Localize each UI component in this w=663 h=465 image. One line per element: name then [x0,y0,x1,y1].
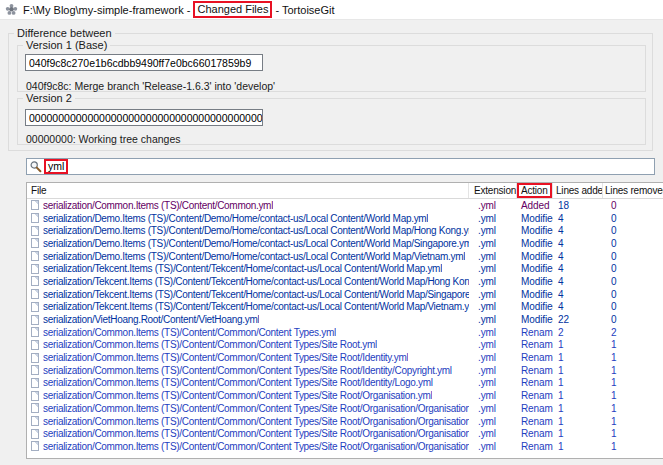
table-row[interactable]: serialization/Common.Items (TS)/Content/… [27,415,663,428]
file-icon [31,315,39,325]
table-row[interactable]: serialization/Demo.Items (TS)/Content/De… [27,212,663,225]
extension-cell: .yml [469,251,517,262]
file-cell: serialization/Common.Items (TS)/Content/… [27,377,469,388]
table-row[interactable]: serialization/Common.Items (TS)/Content/… [27,427,663,440]
version1-hash-input[interactable] [25,54,263,71]
file-cell: serialization/Common.Items (TS)/Content/… [27,339,469,350]
table-row[interactable]: serialization/Tekcent.Items (TS)/Content… [27,288,663,301]
file-path: serialization/Tekcent.Items (TS)/Content… [43,301,469,312]
file-icon [31,353,39,363]
action-cell: Rename [517,339,553,350]
lines-added-cell: 4 [553,301,603,312]
table-row[interactable]: serialization/Demo.Items (TS)/Content/De… [27,224,663,237]
lines-removed-cell: 2 [603,327,663,338]
file-path: serialization/Common.Items (TS)/Content/… [43,339,377,350]
filter-input[interactable]: yml [26,158,655,175]
table-row[interactable]: serialization/Common.Items (TS)/Content/… [27,326,663,339]
table-row[interactable]: serialization/Demo.Items (TS)/Content/De… [27,250,663,263]
file-cell: serialization/Common.Items (TS)/Content/… [27,403,469,414]
file-cell: serialization/Common.Items (TS)/Content/… [27,352,469,363]
extension-cell: .yml [469,289,517,300]
lines-removed-cell: 0 [603,263,663,274]
extension-cell: .yml [469,276,517,287]
action-cell: Modified [517,225,553,236]
column-header-extension[interactable]: Extension [469,183,517,198]
table-row[interactable]: serialization/Common.Items (TS)/Content/… [27,199,663,212]
file-icon [31,391,39,401]
column-header-lines-added[interactable]: Lines added [553,183,603,198]
file-path: serialization/Common.Items (TS)/Content/… [43,365,452,376]
column-header-file[interactable]: File [27,183,469,198]
version2-hash-input[interactable] [25,109,263,126]
lines-added-cell: 18 [553,200,603,211]
table-row[interactable]: serialization/Demo.Items (TS)/Content/De… [27,237,663,250]
lines-added-cell: 22 [553,314,603,325]
file-path: serialization/Common.Items (TS)/Content/… [43,416,469,427]
file-path: serialization/Common.Items (TS)/Content/… [43,200,273,211]
table-row[interactable]: serialization/Common.Items (TS)/Content/… [27,402,663,415]
file-path: serialization/Common.Items (TS)/Content/… [43,377,433,388]
dialog-body: Difference between Version 1 (Base) 040f… [0,19,663,465]
table-row[interactable]: serialization/Tekcent.Items (TS)/Content… [27,301,663,314]
action-cell: Modified [517,314,553,325]
extension-cell: .yml [469,352,517,363]
lines-added-cell: 1 [553,365,603,376]
file-path: serialization/Common.Items (TS)/Content/… [43,428,469,439]
extension-cell: .yml [469,416,517,427]
annotation-changed-files: Changed Files [193,1,272,17]
lines-removed-cell: 0 [603,301,663,312]
file-cell: serialization/Tekcent.Items (TS)/Content… [27,289,469,300]
action-cell: Modified [517,251,553,262]
table-row[interactable]: serialization/Common.Items (TS)/Content/… [27,389,663,402]
lines-removed-cell: 1 [603,377,663,388]
action-cell: Rename [517,403,553,414]
lines-added-cell: 4 [553,263,603,274]
file-icon [31,365,39,375]
file-list-header: File Extension Action Lines added Lines … [27,183,663,199]
action-cell: Modified [517,213,553,224]
file-cell: serialization/Common.Items (TS)/Content/… [27,428,469,439]
extension-cell: .yml [469,213,517,224]
action-cell: Rename [517,416,553,427]
lines-removed-cell: 1 [603,428,663,439]
lines-removed-cell: 1 [603,416,663,427]
file-cell: serialization/Common.Items (TS)/Content/… [27,327,469,338]
extension-cell: .yml [469,441,517,452]
lines-added-cell: 1 [553,441,603,452]
lines-added-cell: 4 [553,289,603,300]
lines-removed-cell: 0 [603,251,663,262]
file-path: serialization/Common.Items (TS)/Content/… [43,403,469,414]
lines-removed-cell: 0 [603,238,663,249]
lines-added-cell: 1 [553,416,603,427]
window-title-prefix: F:\My Blog\my-simple-framework - [23,4,190,16]
difference-between-group: Difference between Version 1 (Base) 040f… [8,33,653,151]
window-title: F:\My Blog\my-simple-framework - Changed… [23,1,335,17]
action-cell: Rename [517,428,553,439]
lines-removed-cell: 0 [603,289,663,300]
lines-removed-cell: 1 [603,365,663,376]
file-icon [31,327,39,337]
column-header-action[interactable]: Action [517,183,553,198]
file-path: serialization/Demo.Items (TS)/Content/De… [43,213,428,224]
file-path: serialization/Common.Items (TS)/Content/… [43,441,469,452]
table-row[interactable]: serialization/Common.Items (TS)/Content/… [27,351,663,364]
table-row[interactable]: serialization/Common.Items (TS)/Content/… [27,377,663,390]
table-row[interactable]: serialization/Tekcent.Items (TS)/Content… [27,262,663,275]
table-row[interactable]: serialization/Common.Items (TS)/Content/… [27,440,663,453]
file-cell: serialization/Common.Items (TS)/Content/… [27,200,469,211]
version2-label: Version 2 [23,92,75,104]
table-row[interactable]: serialization/Tekcent.Items (TS)/Content… [27,275,663,288]
file-path: serialization/Tekcent.Items (TS)/Content… [43,289,469,300]
table-row[interactable]: serialization/VietHoang.Root/Content/Vie… [27,313,663,326]
action-cell: Rename [517,377,553,388]
file-icon [31,200,39,210]
difference-between-label: Difference between [14,27,115,39]
lines-added-cell: 1 [553,390,603,401]
action-cell: Rename [517,441,553,452]
file-cell: serialization/Demo.Items (TS)/Content/De… [27,238,469,249]
annotation-filter-text: yml [44,159,68,175]
table-row[interactable]: serialization/Common.Items (TS)/Content/… [27,364,663,377]
lines-added-cell: 1 [553,428,603,439]
column-header-lines-removed[interactable]: Lines removed [603,183,663,198]
table-row[interactable]: serialization/Common.Items (TS)/Content/… [27,339,663,352]
